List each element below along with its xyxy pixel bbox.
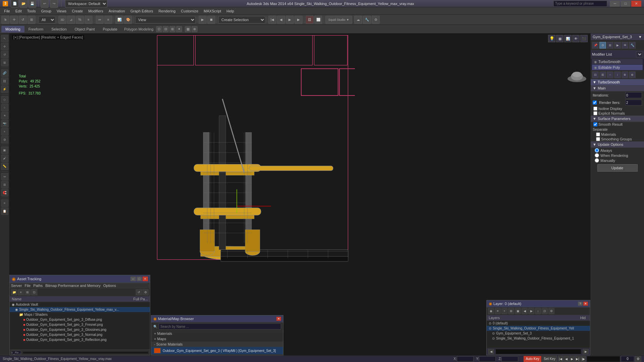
ls-btn-select[interactable]: ▣: [1, 146, 8, 154]
pivot-btn1[interactable]: ⊟: [592, 71, 599, 78]
at-btn4[interactable]: ⊡: [31, 289, 37, 295]
at-menu-file[interactable]: File: [24, 284, 31, 288]
when-rendering-radio[interactable]: [595, 153, 599, 158]
render-prod-btn[interactable]: ⬜: [314, 16, 322, 24]
isoline-checkbox[interactable]: [593, 107, 597, 111]
at-btn-refresh[interactable]: ↺: [136, 289, 142, 295]
at-maximize-btn[interactable]: □: [137, 277, 142, 281]
menu-create[interactable]: Create: [69, 8, 86, 14]
time-config-btn[interactable]: ⚙: [635, 356, 641, 362]
lp-next-btn[interactable]: ▶: [583, 349, 589, 354]
ls-btn-link[interactable]: 🔗: [1, 69, 8, 77]
render-iters-checkbox[interactable]: [593, 101, 597, 105]
y-coord-input[interactable]: [479, 356, 496, 362]
ls-btn-bind[interactable]: ⚡: [1, 85, 8, 93]
at-item-vault[interactable]: ◉ Autodesk Vault: [10, 302, 150, 307]
menu-animation[interactable]: Animation: [106, 8, 128, 14]
play-anim-btn[interactable]: ▶: [286, 16, 294, 24]
at-btn2[interactable]: ≡: [18, 289, 24, 295]
pivot-btn4[interactable]: ↕: [614, 71, 621, 78]
mirror-btn[interactable]: ⇔: [96, 16, 104, 24]
lp-help-btn[interactable]: ?: [578, 302, 583, 306]
rp-motion-btn[interactable]: ▶: [614, 42, 621, 49]
set-key-btn[interactable]: Set Key: [542, 356, 557, 362]
undo-btn[interactable]: ↩: [41, 0, 49, 8]
modifier-dropdown[interactable]: [636, 51, 643, 57]
viewport-selector[interactable]: View: [135, 16, 196, 23]
lp-layer-default[interactable]: ⊙ 0 (default): [487, 321, 590, 326]
lp-layer-list[interactable]: ⊙ 0 (default) ⊙ Single_Ski_Walking_Outdo…: [487, 321, 590, 348]
manually-radio[interactable]: [595, 158, 599, 163]
lp-btn7[interactable]: ▶: [528, 308, 534, 314]
at-btn3[interactable]: ⊞: [24, 289, 31, 295]
at-menu-bitmap[interactable]: Bitmap Performance and Memory: [45, 284, 100, 288]
select-filter[interactable]: All: [39, 16, 55, 23]
iterations-input[interactable]: [625, 92, 642, 98]
ls-btn-rotate[interactable]: ↺: [1, 51, 8, 58]
ls-btn-camera[interactable]: 📷: [1, 120, 8, 127]
mb-close-btn[interactable]: ✕: [276, 317, 281, 321]
at-item-main-file[interactable]: ◉ Single_Ski_Walking_Outdoor_Fitness_Equ…: [10, 307, 150, 312]
lp-btn10[interactable]: ⚙: [548, 308, 554, 314]
close-btn[interactable]: ✕: [631, 1, 641, 7]
materials-checkbox[interactable]: [596, 132, 600, 136]
update-options-header[interactable]: ▼ Update Options: [591, 141, 644, 148]
frame-prev-btn[interactable]: ◀: [564, 356, 569, 362]
pivot-btn5[interactable]: ⊕: [622, 71, 628, 78]
at-minimize-btn[interactable]: ─: [130, 277, 136, 281]
menu-tools[interactable]: Tools: [24, 8, 39, 14]
menu-views[interactable]: Views: [54, 8, 69, 14]
menu-file[interactable]: File: [1, 8, 13, 14]
ls-btn-cursor[interactable]: ↖: [1, 35, 8, 42]
scale-btn[interactable]: ⊞: [28, 16, 36, 24]
lp-close-btn[interactable]: ✕: [583, 302, 588, 306]
tab-populate[interactable]: Populate: [99, 26, 121, 33]
ls-btn-light[interactable]: ☀: [1, 112, 8, 119]
pm-extra2[interactable]: ⊕: [192, 26, 198, 32]
vp-view-btn[interactable]: 👁: [572, 35, 580, 42]
frame-end-btn[interactable]: |▶: [581, 356, 586, 362]
surface-params-header[interactable]: ▼ Surface Parameters: [591, 116, 644, 122]
main-subsection-header[interactable]: ▼ Main: [591, 85, 644, 92]
extra-btn2[interactable]: 🔧: [363, 16, 371, 24]
smooth-result-checkbox[interactable]: [593, 122, 597, 126]
menu-customize[interactable]: Customize: [178, 8, 201, 14]
search-input[interactable]: [553, 1, 607, 7]
save-btn[interactable]: 💾: [28, 0, 36, 8]
rp-pin-btn[interactable]: 📌: [592, 42, 599, 49]
ls-btn-helper[interactable]: +: [1, 128, 8, 135]
at-item-glossines[interactable]: ■ Outdoor_Gym_Equipment_Set_geo_3_Glossi…: [10, 327, 150, 332]
at-item-reflection[interactable]: ■ Outdoor_Gym_Equipment_Set_geo_3_Reflec…: [10, 337, 150, 342]
pm-btn1[interactable]: ⊡: [156, 26, 162, 32]
lp-btn4[interactable]: ⊞: [508, 308, 514, 314]
lp-btn3[interactable]: +: [501, 308, 507, 314]
percent-snap-btn[interactable]: %: [76, 16, 84, 24]
rp-utility-btn[interactable]: 🔧: [629, 42, 636, 49]
ls-btn-array[interactable]: ⊞: [1, 181, 8, 188]
tab-modeling[interactable]: Modeling: [1, 26, 24, 33]
mb-scene-materials-section[interactable]: - Scene Materials: [151, 342, 283, 347]
vp-toggle-btn[interactable]: ⬛: [580, 35, 588, 42]
vp-render-btn[interactable]: ▦: [556, 35, 564, 42]
lp-layer-gym[interactable]: ⊙ Gym_Equipment_Set_3: [487, 331, 590, 336]
ls-btn-space[interactable]: ⚙: [1, 136, 8, 143]
mb-maps-section[interactable]: + Maps: [151, 336, 283, 342]
auto-key-btn[interactable]: Auto Key: [524, 356, 541, 362]
studio-btn[interactable]: Squid Studio ▼: [325, 16, 352, 24]
stop-btn[interactable]: ⏹: [207, 16, 215, 24]
pm-extra1[interactable]: ▦: [185, 26, 191, 32]
render-btn[interactable]: 🖼: [306, 16, 314, 24]
pivot-btn3[interactable]: ↔: [607, 71, 613, 78]
at-scrollbar[interactable]: [22, 351, 149, 354]
at-close-btn[interactable]: ✕: [143, 277, 148, 281]
tab-freeform[interactable]: Freeform: [24, 26, 48, 33]
menu-maxscript[interactable]: MAXScript: [201, 8, 224, 14]
rp-display-btn[interactable]: 👁: [622, 42, 628, 49]
mb-search-input[interactable]: [159, 323, 281, 329]
graph-btn[interactable]: 📊: [115, 16, 123, 24]
at-menu-server[interactable]: Server: [11, 284, 22, 288]
align-btn[interactable]: ≡: [104, 16, 112, 24]
workspace-dropdown[interactable]: Workspace: Default: [65, 0, 107, 7]
menu-rendering[interactable]: Rendering: [156, 8, 178, 14]
ls-btn-paint[interactable]: 🖌: [1, 155, 8, 162]
